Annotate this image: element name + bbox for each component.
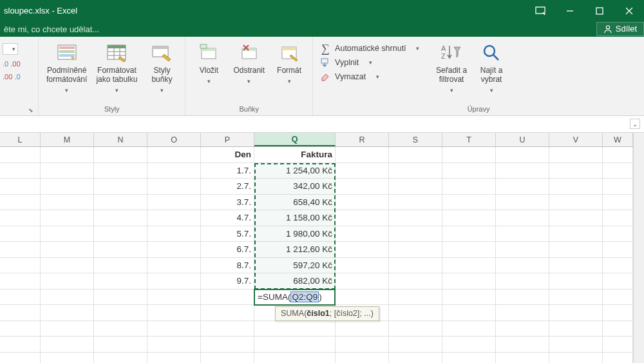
- cell[interactable]: [147, 210, 201, 226]
- cell[interactable]: [603, 321, 633, 337]
- active-cell[interactable]: =SUMA(Q2:Q9): [254, 289, 336, 306]
- cell[interactable]: [389, 147, 442, 162]
- cell[interactable]: 658,40 Kč: [254, 195, 336, 210]
- cell[interactable]: [389, 163, 442, 179]
- column-header-Q[interactable]: Q: [254, 133, 336, 146]
- cell[interactable]: [442, 337, 496, 352]
- cell[interactable]: [549, 195, 603, 210]
- cell[interactable]: 1 254,00 Kč: [254, 163, 336, 179]
- cell[interactable]: [496, 179, 549, 194]
- cell[interactable]: [442, 305, 496, 320]
- cell[interactable]: [549, 147, 603, 162]
- cell[interactable]: [603, 242, 633, 257]
- cell[interactable]: [147, 147, 201, 162]
- tell-me-bar[interactable]: ěte mi, co chcete udělat... Sdílet: [0, 21, 644, 37]
- cell[interactable]: [603, 179, 633, 194]
- cell[interactable]: Den: [201, 147, 254, 162]
- sort-filter-button[interactable]: AZ Seřadit a filtrovat▾: [432, 39, 471, 96]
- cell[interactable]: [389, 273, 442, 289]
- cell[interactable]: [336, 353, 389, 364]
- cell[interactable]: [336, 147, 389, 162]
- cell[interactable]: [41, 163, 94, 179]
- cell[interactable]: [603, 147, 633, 162]
- increase-decimal-icon[interactable]: .0 .00: [3, 60, 21, 68]
- cell[interactable]: [549, 305, 603, 320]
- cell[interactable]: [201, 289, 254, 305]
- cell[interactable]: [147, 195, 201, 210]
- cell[interactable]: [442, 242, 496, 257]
- cell[interactable]: [442, 210, 496, 226]
- cell[interactable]: [94, 353, 147, 364]
- cell[interactable]: [496, 289, 549, 305]
- cell[interactable]: [94, 321, 147, 337]
- cell[interactable]: [94, 242, 147, 257]
- column-header-L[interactable]: L: [0, 133, 41, 146]
- vertical-scrollbar[interactable]: [633, 133, 644, 363]
- insert-button[interactable]: Vložit▾: [189, 39, 228, 87]
- cell[interactable]: [389, 226, 442, 242]
- cell[interactable]: [0, 273, 41, 289]
- cell[interactable]: [336, 321, 389, 337]
- cell[interactable]: [549, 163, 603, 179]
- fill-button[interactable]: Vyplnit ▾: [317, 56, 422, 69]
- cell[interactable]: [549, 337, 603, 352]
- cell[interactable]: [41, 195, 94, 210]
- cell[interactable]: [147, 337, 201, 352]
- cell[interactable]: [0, 195, 41, 210]
- cell[interactable]: [336, 179, 389, 194]
- cell[interactable]: 6.7.: [201, 242, 254, 257]
- column-header-T[interactable]: T: [442, 133, 496, 146]
- cell[interactable]: 5.7.: [201, 226, 254, 242]
- cell[interactable]: [94, 147, 147, 162]
- cell[interactable]: [336, 195, 389, 210]
- cell[interactable]: [41, 210, 94, 226]
- cell[interactable]: [496, 163, 549, 179]
- formula-bar-expand-icon[interactable]: ⌄: [630, 119, 640, 129]
- cell[interactable]: [147, 258, 201, 273]
- cell[interactable]: [496, 353, 549, 364]
- cell[interactable]: [496, 226, 549, 242]
- cell[interactable]: [603, 289, 633, 305]
- cell[interactable]: [603, 210, 633, 226]
- cell[interactable]: [147, 226, 201, 242]
- autosum-button[interactable]: ∑ Automatické shrnutí ▾: [317, 42, 422, 55]
- cell[interactable]: [442, 195, 496, 210]
- cell[interactable]: [442, 163, 496, 179]
- cell[interactable]: [254, 353, 336, 364]
- cell[interactable]: [41, 273, 94, 289]
- cell[interactable]: [0, 289, 41, 305]
- cell[interactable]: [603, 163, 633, 179]
- share-button[interactable]: Sdílet: [596, 22, 644, 36]
- cell[interactable]: 1 158,00 Kč: [254, 210, 336, 226]
- cell[interactable]: [496, 321, 549, 337]
- cell[interactable]: [389, 305, 442, 320]
- close-button[interactable]: [614, 0, 644, 21]
- column-headers[interactable]: LMNOPQRSTUVW: [0, 133, 644, 147]
- column-header-U[interactable]: U: [496, 133, 549, 146]
- cell[interactable]: [496, 258, 549, 273]
- cell[interactable]: [0, 226, 41, 242]
- column-header-O[interactable]: O: [147, 133, 201, 146]
- cell[interactable]: [336, 289, 389, 305]
- cell[interactable]: 342,00 Kč: [254, 179, 336, 194]
- cell[interactable]: [442, 179, 496, 194]
- delete-button[interactable]: Odstranit▾: [229, 39, 269, 87]
- cell[interactable]: [0, 305, 41, 320]
- cell[interactable]: [0, 353, 41, 364]
- cell[interactable]: 682,00 Kč: [254, 273, 336, 289]
- clear-button[interactable]: Vymazat ▾: [317, 70, 422, 83]
- column-header-W[interactable]: W: [603, 133, 633, 146]
- cell[interactable]: [41, 321, 94, 337]
- cell[interactable]: [603, 258, 633, 273]
- cell[interactable]: [496, 337, 549, 352]
- cell[interactable]: [201, 337, 254, 352]
- cell[interactable]: [0, 179, 41, 194]
- cell[interactable]: [0, 210, 41, 226]
- cell[interactable]: [94, 195, 147, 210]
- decrease-decimal-icon[interactable]: .00 .0: [3, 73, 21, 81]
- cell[interactable]: 3.7.: [201, 195, 254, 210]
- cell[interactable]: [254, 337, 336, 352]
- cell[interactable]: [549, 258, 603, 273]
- cell[interactable]: [41, 305, 94, 320]
- cell[interactable]: [0, 258, 41, 273]
